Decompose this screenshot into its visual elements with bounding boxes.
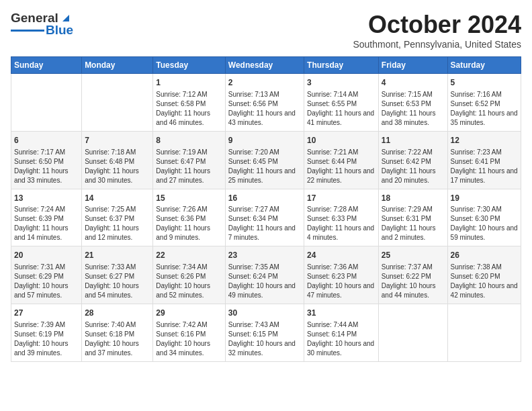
day-info: Sunrise: 7:42 AM Sunset: 6:16 PM Dayligh… xyxy=(156,320,222,358)
day-info: Sunrise: 7:25 AM Sunset: 6:37 PM Dayligh… xyxy=(85,205,150,242)
day-info: Sunrise: 7:40 AM Sunset: 6:18 PM Dayligh… xyxy=(85,320,150,358)
calendar-cell: 10Sunrise: 7:21 AM Sunset: 6:44 PM Dayli… xyxy=(304,131,379,189)
calendar-cell: 29Sunrise: 7:42 AM Sunset: 6:16 PM Dayli… xyxy=(153,304,225,362)
calendar-cell: 22Sunrise: 7:34 AM Sunset: 6:26 PM Dayli… xyxy=(153,246,225,304)
day-info: Sunrise: 7:19 AM Sunset: 6:47 PM Dayligh… xyxy=(156,148,222,185)
day-number: 23 xyxy=(228,250,301,261)
day-info: Sunrise: 7:26 AM Sunset: 6:36 PM Dayligh… xyxy=(156,205,222,242)
calendar-cell: 20Sunrise: 7:31 AM Sunset: 6:29 PM Dayli… xyxy=(11,246,82,304)
day-info: Sunrise: 7:30 AM Sunset: 6:30 PM Dayligh… xyxy=(451,205,518,242)
calendar-header: SundayMondayTuesdayWednesdayThursdayFrid… xyxy=(11,57,521,74)
calendar-cell: 19Sunrise: 7:30 AM Sunset: 6:30 PM Dayli… xyxy=(447,189,521,246)
day-number: 3 xyxy=(307,77,375,89)
calendar-cell xyxy=(11,74,82,132)
logo: General Blue xyxy=(11,11,73,38)
calendar-week-5: 27Sunrise: 7:39 AM Sunset: 6:19 PM Dayli… xyxy=(11,304,521,362)
day-number: 21 xyxy=(85,250,150,261)
location: Southmont, Pennsylvania, United States xyxy=(353,39,521,50)
calendar-cell: 30Sunrise: 7:43 AM Sunset: 6:15 PM Dayli… xyxy=(225,304,304,362)
calendar-cell xyxy=(378,304,447,362)
day-number: 13 xyxy=(14,193,79,204)
calendar-cell: 24Sunrise: 7:36 AM Sunset: 6:23 PM Dayli… xyxy=(304,246,379,304)
day-info: Sunrise: 7:34 AM Sunset: 6:26 PM Dayligh… xyxy=(156,263,222,300)
calendar-cell: 9Sunrise: 7:20 AM Sunset: 6:45 PM Daylig… xyxy=(225,131,304,189)
calendar-cell: 15Sunrise: 7:26 AM Sunset: 6:36 PM Dayli… xyxy=(153,189,225,246)
day-info: Sunrise: 7:43 AM Sunset: 6:15 PM Dayligh… xyxy=(228,320,301,358)
svg-marker-0 xyxy=(62,15,69,21)
title-area: October 2024 Southmont, Pennsylvania, Un… xyxy=(353,11,521,50)
day-number: 4 xyxy=(382,77,445,89)
day-info: Sunrise: 7:24 AM Sunset: 6:39 PM Dayligh… xyxy=(14,205,79,242)
column-header-sunday: Sunday xyxy=(11,57,82,74)
day-info: Sunrise: 7:28 AM Sunset: 6:33 PM Dayligh… xyxy=(307,205,375,242)
day-info: Sunrise: 7:13 AM Sunset: 6:56 PM Dayligh… xyxy=(228,90,301,128)
day-info: Sunrise: 7:21 AM Sunset: 6:44 PM Dayligh… xyxy=(307,148,375,185)
calendar-cell: 14Sunrise: 7:25 AM Sunset: 6:37 PM Dayli… xyxy=(82,189,153,246)
logo-blue-text: Blue xyxy=(46,23,73,38)
day-info: Sunrise: 7:18 AM Sunset: 6:48 PM Dayligh… xyxy=(85,148,150,185)
calendar-cell: 27Sunrise: 7:39 AM Sunset: 6:19 PM Dayli… xyxy=(11,304,82,362)
calendar-cell: 18Sunrise: 7:29 AM Sunset: 6:31 PM Dayli… xyxy=(378,189,447,246)
day-number: 1 xyxy=(156,77,222,89)
day-info: Sunrise: 7:39 AM Sunset: 6:19 PM Dayligh… xyxy=(14,320,79,358)
calendar-cell: 2Sunrise: 7:13 AM Sunset: 6:56 PM Daylig… xyxy=(225,74,304,132)
calendar-cell: 26Sunrise: 7:38 AM Sunset: 6:20 PM Dayli… xyxy=(447,246,521,304)
column-header-friday: Friday xyxy=(378,57,447,74)
calendar-cell: 3Sunrise: 7:14 AM Sunset: 6:55 PM Daylig… xyxy=(304,74,379,132)
day-info: Sunrise: 7:38 AM Sunset: 6:20 PM Dayligh… xyxy=(451,263,518,300)
day-number: 20 xyxy=(14,250,79,261)
day-number: 9 xyxy=(228,135,301,146)
day-number: 18 xyxy=(382,193,445,204)
calendar-cell: 28Sunrise: 7:40 AM Sunset: 6:18 PM Dayli… xyxy=(82,304,153,362)
day-number: 6 xyxy=(14,135,79,146)
column-header-tuesday: Tuesday xyxy=(153,57,225,74)
day-info: Sunrise: 7:17 AM Sunset: 6:50 PM Dayligh… xyxy=(14,148,79,185)
calendar-cell: 5Sunrise: 7:16 AM Sunset: 6:52 PM Daylig… xyxy=(447,74,521,132)
day-number: 12 xyxy=(451,135,518,146)
day-info: Sunrise: 7:36 AM Sunset: 6:23 PM Dayligh… xyxy=(307,263,375,300)
calendar-cell: 1Sunrise: 7:12 AM Sunset: 6:58 PM Daylig… xyxy=(153,74,225,132)
column-header-thursday: Thursday xyxy=(304,57,379,74)
day-number: 2 xyxy=(228,77,301,89)
day-number: 19 xyxy=(451,193,518,204)
day-info: Sunrise: 7:37 AM Sunset: 6:22 PM Dayligh… xyxy=(382,263,445,300)
calendar-cell xyxy=(82,74,153,132)
month-title: October 2024 xyxy=(353,11,521,39)
calendar-cell: 8Sunrise: 7:19 AM Sunset: 6:47 PM Daylig… xyxy=(153,131,225,189)
calendar-cell: 7Sunrise: 7:18 AM Sunset: 6:48 PM Daylig… xyxy=(82,131,153,189)
day-number: 17 xyxy=(307,193,375,204)
day-number: 30 xyxy=(228,308,301,319)
day-info: Sunrise: 7:27 AM Sunset: 6:34 PM Dayligh… xyxy=(228,205,301,242)
day-info: Sunrise: 7:14 AM Sunset: 6:55 PM Dayligh… xyxy=(307,90,375,128)
day-number: 25 xyxy=(382,250,445,261)
calendar-cell: 4Sunrise: 7:15 AM Sunset: 6:53 PM Daylig… xyxy=(378,74,447,132)
day-info: Sunrise: 7:23 AM Sunset: 6:41 PM Dayligh… xyxy=(451,148,518,185)
day-number: 28 xyxy=(85,308,150,319)
calendar-cell: 31Sunrise: 7:44 AM Sunset: 6:14 PM Dayli… xyxy=(304,304,379,362)
calendar-cell: 13Sunrise: 7:24 AM Sunset: 6:39 PM Dayli… xyxy=(11,189,82,246)
calendar-cell: 16Sunrise: 7:27 AM Sunset: 6:34 PM Dayli… xyxy=(225,189,304,246)
day-number: 29 xyxy=(156,308,222,319)
day-info: Sunrise: 7:33 AM Sunset: 6:27 PM Dayligh… xyxy=(85,263,150,300)
page-header: General Blue October 2024 Southmont, Pen… xyxy=(11,11,521,50)
calendar-table: SundayMondayTuesdayWednesdayThursdayFrid… xyxy=(11,56,521,362)
day-info: Sunrise: 7:31 AM Sunset: 6:29 PM Dayligh… xyxy=(14,263,79,300)
day-number: 24 xyxy=(307,250,375,261)
day-number: 8 xyxy=(156,135,222,146)
calendar-cell: 12Sunrise: 7:23 AM Sunset: 6:41 PM Dayli… xyxy=(447,131,521,189)
day-number: 10 xyxy=(307,135,375,146)
day-number: 14 xyxy=(85,193,150,204)
calendar-week-1: 1Sunrise: 7:12 AM Sunset: 6:58 PM Daylig… xyxy=(11,74,521,132)
calendar-week-2: 6Sunrise: 7:17 AM Sunset: 6:50 PM Daylig… xyxy=(11,131,521,189)
day-info: Sunrise: 7:12 AM Sunset: 6:58 PM Dayligh… xyxy=(156,90,222,128)
calendar-week-4: 20Sunrise: 7:31 AM Sunset: 6:29 PM Dayli… xyxy=(11,246,521,304)
column-header-saturday: Saturday xyxy=(447,57,521,74)
day-number: 5 xyxy=(451,77,518,89)
day-info: Sunrise: 7:22 AM Sunset: 6:42 PM Dayligh… xyxy=(382,148,445,185)
calendar-cell: 17Sunrise: 7:28 AM Sunset: 6:33 PM Dayli… xyxy=(304,189,379,246)
calendar-cell: 6Sunrise: 7:17 AM Sunset: 6:50 PM Daylig… xyxy=(11,131,82,189)
day-info: Sunrise: 7:35 AM Sunset: 6:24 PM Dayligh… xyxy=(228,263,301,300)
day-number: 26 xyxy=(451,250,518,261)
day-number: 31 xyxy=(307,308,375,319)
day-number: 16 xyxy=(228,193,301,204)
